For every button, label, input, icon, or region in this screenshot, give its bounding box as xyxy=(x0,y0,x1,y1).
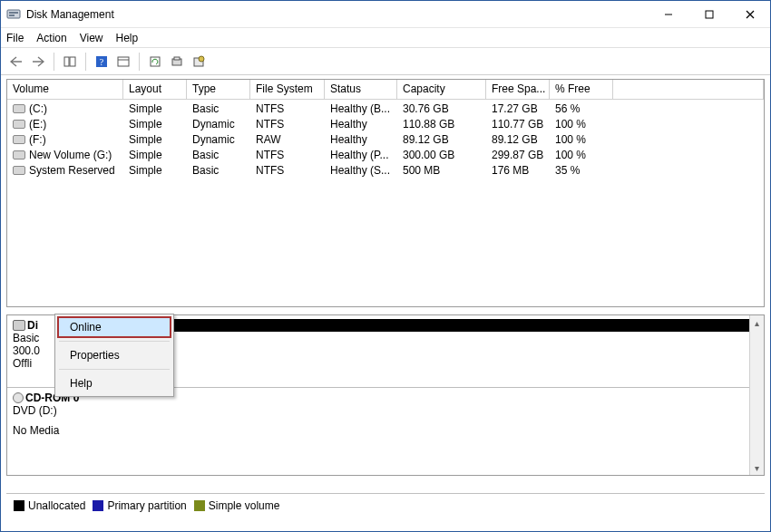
col-layout[interactable]: Layout xyxy=(123,80,187,99)
swatch-unallocated xyxy=(14,500,24,511)
cdrom-row[interactable]: CD-ROM 0 DVD (D:) No Media xyxy=(7,388,764,460)
cell-pct: 100 % xyxy=(550,149,613,161)
cell-type: Dynamic xyxy=(187,118,250,131)
col-type[interactable]: Type xyxy=(187,80,250,99)
scroll-track[interactable] xyxy=(750,330,764,460)
cell-free: 89.12 GB xyxy=(486,133,550,146)
cell-fs: RAW xyxy=(250,133,325,146)
show-hide-tree-button[interactable] xyxy=(60,52,80,72)
content-area: Volume Layout Type File System Status Ca… xyxy=(1,75,770,531)
cell-free: 17.27 GB xyxy=(486,102,550,115)
col-status[interactable]: Status xyxy=(325,80,397,99)
scroll-down-button[interactable]: ▾ xyxy=(750,460,764,475)
menu-bar: File Action View Help xyxy=(1,28,770,48)
close-button[interactable] xyxy=(729,1,770,27)
properties-button[interactable] xyxy=(189,52,209,72)
menu-view[interactable]: View xyxy=(80,32,103,44)
toolbar-separator xyxy=(139,53,140,71)
cell-status: Healthy xyxy=(325,133,397,146)
disk-icon xyxy=(13,320,25,331)
help-button[interactable]: ? xyxy=(92,52,112,72)
svg-rect-11 xyxy=(118,57,129,66)
volume-icon xyxy=(13,150,25,160)
cell-layout: Simple xyxy=(123,149,187,161)
svg-rect-4 xyxy=(706,11,713,18)
cell-free: 176 MB xyxy=(486,164,550,177)
app-icon xyxy=(6,7,21,22)
volume-row[interactable]: (E:)SimpleDynamicNTFSHealthy110.88 GB110… xyxy=(7,116,764,131)
col-spacer xyxy=(613,80,764,99)
toolbar: ? xyxy=(1,48,770,75)
legend-unallocated: Unallocated xyxy=(14,499,85,512)
col-capacity[interactable]: Capacity xyxy=(397,80,486,99)
svg-rect-2 xyxy=(9,15,15,16)
svg-point-17 xyxy=(199,56,204,62)
volume-icon xyxy=(13,104,25,113)
cell-status: Healthy xyxy=(325,118,397,131)
menu-file[interactable]: File xyxy=(6,32,24,44)
context-online[interactable]: Online xyxy=(57,316,171,338)
refresh-button[interactable] xyxy=(145,52,165,72)
volume-row[interactable]: (C:)SimpleBasicNTFSHealthy (B...30.76 GB… xyxy=(7,101,764,116)
cell-status: Healthy (B... xyxy=(325,102,397,115)
cell-pct: 100 % xyxy=(550,133,613,146)
svg-rect-15 xyxy=(174,57,180,60)
swatch-primary xyxy=(93,500,103,511)
context-menu: Online Properties Help xyxy=(54,314,174,397)
volume-row[interactable]: (F:)SimpleDynamicRAWHealthy89.12 GB89.12… xyxy=(7,131,764,147)
svg-rect-0 xyxy=(7,10,20,18)
cdrom-info[interactable]: CD-ROM 0 DVD (D:) No Media xyxy=(7,388,764,460)
col-filesystem[interactable]: File System xyxy=(250,80,325,99)
volume-row[interactable]: New Volume (G:)SimpleBasicNTFSHealthy (P… xyxy=(7,147,764,162)
forward-button[interactable] xyxy=(28,52,48,72)
svg-rect-1 xyxy=(9,12,18,14)
menu-action[interactable]: Action xyxy=(36,32,66,44)
col-free[interactable]: Free Spa... xyxy=(486,80,550,99)
back-button[interactable] xyxy=(6,52,26,72)
col-volume[interactable]: Volume xyxy=(7,80,123,99)
col-percent[interactable]: % Free xyxy=(550,80,613,99)
scroll-up-button[interactable]: ▴ xyxy=(750,315,764,330)
minimize-button[interactable] xyxy=(648,1,688,27)
cell-free: 299.87 GB xyxy=(486,149,550,161)
cell-capacity: 300.00 GB xyxy=(397,149,486,161)
cell-volume: (F:) xyxy=(7,133,123,146)
cell-capacity: 500 MB xyxy=(397,164,486,177)
disk-management-window: Disk Management File Action View Help xyxy=(0,0,771,532)
svg-text:?: ? xyxy=(100,57,104,67)
footer-strip xyxy=(6,517,765,526)
cell-volume: System Reserved xyxy=(7,164,123,177)
disk-layout-bar[interactable] xyxy=(107,315,764,387)
maximize-button[interactable] xyxy=(688,1,729,27)
cell-pct: 56 % xyxy=(550,102,613,115)
title-bar: Disk Management xyxy=(1,1,770,28)
cdrom-icon xyxy=(13,392,24,403)
volume-icon xyxy=(13,166,25,175)
context-help[interactable]: Help xyxy=(57,372,171,394)
settings-button[interactable] xyxy=(113,52,133,72)
cell-layout: Simple xyxy=(123,133,187,146)
cell-free: 110.77 GB xyxy=(486,118,550,131)
cell-fs: NTFS xyxy=(250,118,325,131)
menu-help[interactable]: Help xyxy=(116,32,139,44)
swatch-simple xyxy=(194,500,205,511)
rescan-button[interactable] xyxy=(167,52,187,72)
vertical-scrollbar[interactable]: ▴ ▾ xyxy=(749,315,764,475)
cell-layout: Simple xyxy=(123,164,187,177)
cdrom-type: DVD (D:) xyxy=(13,404,758,417)
toolbar-separator xyxy=(54,53,54,71)
cell-status: Healthy (P... xyxy=(325,149,397,161)
unallocated-bar xyxy=(111,319,760,332)
cell-layout: Simple xyxy=(123,102,187,115)
cdrom-status: No Media xyxy=(13,424,758,437)
cell-capacity: 89.12 GB xyxy=(397,133,486,146)
cell-volume: (E:) xyxy=(7,118,123,131)
cell-type: Basic xyxy=(187,164,250,177)
context-properties[interactable]: Properties xyxy=(57,344,171,366)
volume-rows: (C:)SimpleBasicNTFSHealthy (B...30.76 GB… xyxy=(7,100,764,178)
volume-list: Volume Layout Type File System Status Ca… xyxy=(6,79,765,307)
cell-volume: (C:) xyxy=(7,102,123,115)
cell-layout: Simple xyxy=(123,118,187,131)
volume-row[interactable]: System ReservedSimpleBasicNTFSHealthy (S… xyxy=(7,162,764,178)
legend-simple: Simple volume xyxy=(194,499,280,512)
